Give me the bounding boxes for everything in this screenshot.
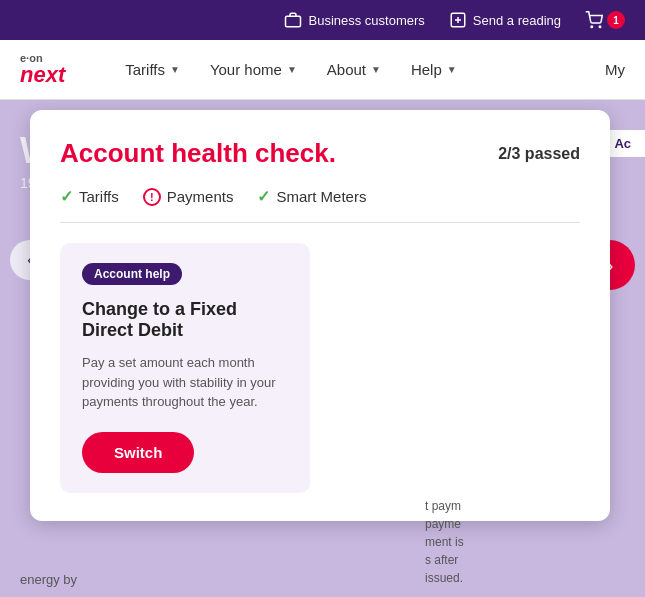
send-reading-link[interactable]: Send a reading — [449, 11, 561, 29]
check-payments: ! Payments — [143, 188, 234, 206]
check-pass-icon-2: ✓ — [257, 187, 270, 206]
check-payments-label: Payments — [167, 188, 234, 205]
nav-my-label: My — [605, 61, 625, 78]
logo-next-text: next — [20, 64, 65, 86]
checks-row: ✓ Tariffs ! Payments ✓ Smart Meters — [60, 187, 580, 223]
business-customers-label: Business customers — [308, 13, 424, 28]
account-help-card: Account help Change to a Fixed Direct De… — [60, 243, 310, 493]
check-smart-meters-label: Smart Meters — [276, 188, 366, 205]
card-title: Change to a Fixed Direct Debit — [82, 299, 288, 341]
svg-rect-0 — [286, 16, 301, 27]
payment-text-4: s after — [425, 551, 625, 569]
page-background: We 192 G Ac ‹ › Account health check. 2/… — [0, 100, 645, 597]
notification-badge: 1 — [607, 11, 625, 29]
nav-my[interactable]: My — [605, 61, 625, 78]
svg-point-3 — [599, 26, 601, 28]
chevron-down-icon: ▼ — [447, 64, 457, 75]
bottom-energy-text: energy by — [20, 572, 77, 587]
health-check-modal: Account health check. 2/3 passed ✓ Tarif… — [30, 110, 610, 521]
payment-text-2: payme — [425, 515, 625, 533]
svg-point-2 — [591, 26, 593, 28]
card-description: Pay a set amount each month providing yo… — [82, 353, 288, 412]
nav-tariffs[interactable]: Tariffs ▼ — [125, 61, 180, 78]
check-smart-meters: ✓ Smart Meters — [257, 187, 366, 206]
briefcase-icon — [284, 11, 302, 29]
check-tariffs: ✓ Tariffs — [60, 187, 119, 206]
nav-help-label: Help — [411, 61, 442, 78]
check-pass-icon: ✓ — [60, 187, 73, 206]
nav-your-home-label: Your home — [210, 61, 282, 78]
payment-text-5: issued. — [425, 569, 625, 587]
nav-about-label: About — [327, 61, 366, 78]
basket-icon — [585, 11, 603, 29]
logo[interactable]: e·on next — [20, 53, 65, 86]
chevron-down-icon: ▼ — [287, 64, 297, 75]
nav-bar: e·on next Tariffs ▼ Your home ▼ About ▼ … — [0, 40, 645, 100]
check-warn-icon: ! — [143, 188, 161, 206]
modal-header: Account health check. 2/3 passed — [60, 138, 580, 169]
payment-info: t paym payme ment is s after issued. — [425, 497, 625, 587]
switch-button[interactable]: Switch — [82, 432, 194, 473]
chevron-down-icon: ▼ — [371, 64, 381, 75]
meter-icon — [449, 11, 467, 29]
passed-badge: 2/3 passed — [498, 145, 580, 163]
payment-text-1: t paym — [425, 497, 625, 515]
check-tariffs-label: Tariffs — [79, 188, 119, 205]
energy-label: energy by — [20, 572, 77, 587]
send-reading-label: Send a reading — [473, 13, 561, 28]
nav-about[interactable]: About ▼ — [327, 61, 381, 78]
card-tag: Account help — [82, 263, 182, 285]
payment-text-3: ment is — [425, 533, 625, 551]
chevron-down-icon: ▼ — [170, 64, 180, 75]
basket-wrap[interactable]: 1 — [585, 11, 625, 29]
business-customers-link[interactable]: Business customers — [284, 11, 424, 29]
nav-tariffs-label: Tariffs — [125, 61, 165, 78]
utility-bar: Business customers Send a reading 1 — [0, 0, 645, 40]
nav-your-home[interactable]: Your home ▼ — [210, 61, 297, 78]
nav-help[interactable]: Help ▼ — [411, 61, 457, 78]
modal-title: Account health check. — [60, 138, 336, 169]
